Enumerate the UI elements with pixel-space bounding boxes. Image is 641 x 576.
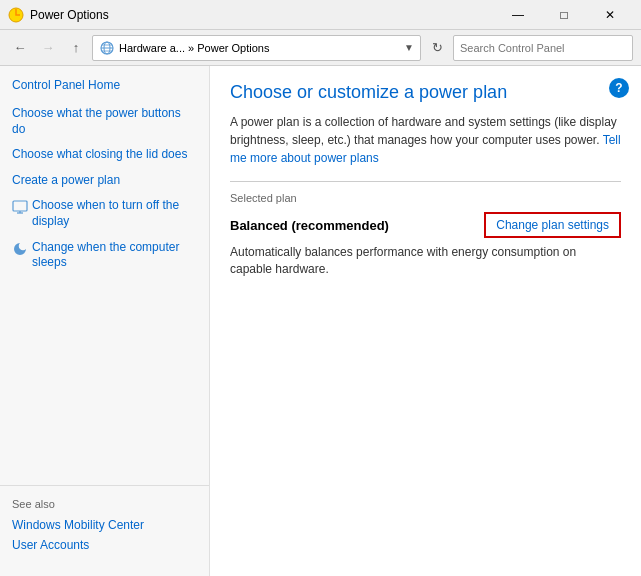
sidebar: Control Panel Home Choose what the power… bbox=[0, 66, 210, 576]
sidebar-home-link[interactable]: Control Panel Home bbox=[12, 78, 197, 92]
forward-button[interactable]: → bbox=[36, 36, 60, 60]
sidebar-link-label: Create a power plan bbox=[12, 173, 120, 189]
title-bar-icon bbox=[8, 7, 24, 23]
change-plan-button[interactable]: Change plan settings bbox=[484, 212, 621, 238]
sidebar-link-label: Choose when to turn off the display bbox=[32, 198, 197, 229]
monitor-icon bbox=[12, 199, 28, 215]
breadcrumb-current: Power Options bbox=[197, 42, 269, 54]
address-bar: ← → ↑ Hardware a... » Power Options ▼ ↻ bbox=[0, 30, 641, 66]
breadcrumb-separator: » bbox=[188, 42, 197, 54]
sidebar-link-turn-off-display[interactable]: Choose when to turn off the display bbox=[12, 198, 197, 229]
breadcrumb-hardware: Hardware a... bbox=[119, 42, 185, 54]
sidebar-link-closing-lid[interactable]: Choose what closing the lid does bbox=[12, 147, 197, 163]
title-bar-controls: — □ ✕ bbox=[495, 0, 633, 30]
sidebar-link-label: Choose what closing the lid does bbox=[12, 147, 187, 163]
sidebar-link-label: Choose what the power buttons do bbox=[12, 106, 197, 137]
see-also-label: See also bbox=[12, 498, 197, 510]
plan-description: Automatically balances performance with … bbox=[230, 244, 621, 278]
plan-name: Balanced (recommended) bbox=[230, 218, 389, 233]
sidebar-main: Control Panel Home Choose what the power… bbox=[0, 78, 209, 485]
close-button[interactable]: ✕ bbox=[587, 0, 633, 30]
plan-row: Balanced (recommended) Change plan setti… bbox=[230, 212, 621, 238]
see-also-mobility-center[interactable]: Windows Mobility Center bbox=[12, 518, 197, 532]
see-also-user-accounts[interactable]: User Accounts bbox=[12, 538, 197, 552]
back-button[interactable]: ← bbox=[8, 36, 32, 60]
title-bar: Power Options — □ ✕ bbox=[0, 0, 641, 30]
divider bbox=[230, 181, 621, 182]
content-area: ? Choose or customize a power plan A pow… bbox=[210, 66, 641, 576]
see-also-section: See also Windows Mobility Center User Ac… bbox=[0, 485, 209, 564]
minimize-button[interactable]: — bbox=[495, 0, 541, 30]
svg-rect-6 bbox=[13, 201, 27, 211]
globe-icon bbox=[99, 40, 115, 56]
help-button[interactable]: ? bbox=[609, 78, 629, 98]
sidebar-link-label: Change when the computer sleeps bbox=[32, 240, 197, 271]
sleep-icon bbox=[12, 241, 28, 257]
content-title: Choose or customize a power plan bbox=[230, 82, 621, 103]
content-description: A power plan is a collection of hardware… bbox=[230, 113, 621, 167]
sidebar-link-computer-sleeps[interactable]: Change when the computer sleeps bbox=[12, 240, 197, 271]
search-input[interactable] bbox=[453, 35, 633, 61]
refresh-button[interactable]: ↻ bbox=[425, 36, 449, 60]
address-chevron-icon: ▼ bbox=[404, 42, 414, 53]
address-field[interactable]: Hardware a... » Power Options ▼ bbox=[92, 35, 421, 61]
title-bar-title: Power Options bbox=[30, 8, 495, 22]
maximize-button[interactable]: □ bbox=[541, 0, 587, 30]
sidebar-link-create-plan[interactable]: Create a power plan bbox=[12, 173, 197, 189]
up-button[interactable]: ↑ bbox=[64, 36, 88, 60]
main-layout: Control Panel Home Choose what the power… bbox=[0, 66, 641, 576]
address-path: Hardware a... » Power Options bbox=[119, 42, 400, 54]
sidebar-link-power-buttons[interactable]: Choose what the power buttons do bbox=[12, 106, 197, 137]
selected-plan-label: Selected plan bbox=[230, 192, 621, 204]
